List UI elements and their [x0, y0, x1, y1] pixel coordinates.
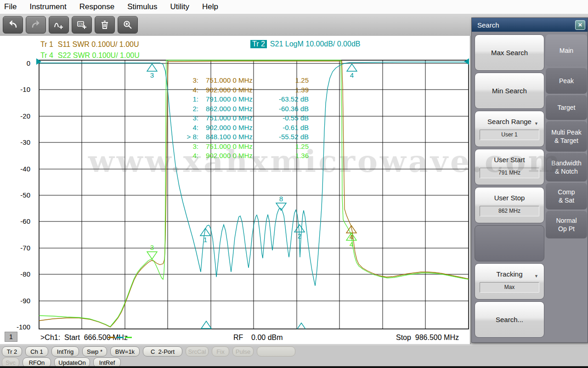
status-inttrig[interactable]: IntTrig [51, 346, 79, 357]
tab-main[interactable]: Main [546, 34, 587, 67]
search-range-button[interactable]: Search Range▼User 1 [475, 111, 544, 147]
y-axis-tick: -90 [2, 297, 30, 305]
menu-item-instrument[interactable]: Instrument [23, 2, 73, 11]
trace-format-label: S11 SWR 0.100U/ 1.00U [58, 40, 139, 48]
status-swp[interactable]: Swp * [82, 346, 107, 357]
status-tr-2[interactable]: Tr 2 [2, 346, 22, 357]
y-axis-tick: 0 [2, 59, 30, 67]
tab-label-line: Bandwidth [551, 159, 581, 167]
y-axis-tick: -10 [2, 85, 30, 93]
zoom-icon [122, 19, 134, 30]
redo-button[interactable] [26, 16, 46, 34]
redo-icon [30, 19, 42, 30]
delete-button[interactable] [95, 16, 115, 34]
vna-application-window: FileInstrumentResponseStimulusUtilityHel… [0, 0, 588, 368]
status-c-2-port[interactable]: C 2-Port [143, 346, 182, 357]
menu-item-file[interactable]: File [0, 2, 23, 11]
button-value-field[interactable]: Max [480, 282, 539, 293]
zoom-button[interactable] [118, 16, 138, 34]
trace4-color-key-icon [125, 337, 132, 338]
y-axis-tick: -30 [2, 138, 30, 146]
y-axis-tick: -70 [2, 244, 30, 252]
y-axis-tick: -60 [2, 217, 30, 225]
tracking-button[interactable]: Tracking▼Max [475, 263, 544, 300]
add-trace-button[interactable] [49, 16, 69, 34]
close-icon[interactable]: × [575, 20, 585, 30]
trace1-color-key-icon [108, 337, 115, 338]
status-pulse[interactable]: Pulse [232, 346, 254, 357]
min-search-button[interactable]: Min Search [475, 73, 544, 109]
trace2-color-key-icon [117, 337, 124, 338]
marker-number: 1: [183, 95, 198, 103]
marker-value: -0.55 dB [263, 114, 309, 122]
y-axis-tick: -40 [2, 165, 30, 173]
undo-button[interactable] [3, 16, 23, 34]
menu-item-utility[interactable]: Utility [164, 2, 196, 11]
stimulus-rf-power[interactable]: RF 0.00 dBm [233, 334, 283, 342]
marker-value: 1.25 [263, 76, 309, 84]
undo-icon [7, 19, 19, 30]
user-stop-button[interactable]: User Stop862 MHz [475, 187, 544, 223]
trace-label-tr-2[interactable]: Tr 2S21 LogM 10.00dB/ 0.00dB [250, 40, 360, 48]
menu-item-response[interactable]: Response [73, 2, 121, 11]
marker-number: 3: [183, 142, 198, 150]
button-label: Search... [496, 316, 523, 323]
tab-peak[interactable]: Peak [546, 68, 587, 94]
tab-bandwidth-notch[interactable]: Bandwidth& Notch [546, 153, 587, 181]
menu-item-stimulus[interactable]: Stimulus [121, 2, 164, 11]
user-start-button[interactable]: User Start791 MHz [475, 149, 544, 185]
trace-id-badge: Tr 1 [40, 40, 53, 48]
marker-number: 4: [183, 152, 198, 159]
status-srccal[interactable]: SrcCal [186, 346, 209, 357]
tab-comp-sat[interactable]: Comp& Sat [546, 183, 587, 209]
button-value-field[interactable]: 862 MHz [480, 206, 539, 216]
search-button[interactable]: Search... [475, 301, 544, 338]
blank-button[interactable] [475, 225, 544, 261]
status-blank[interactable] [257, 346, 295, 357]
button-value-field[interactable]: User 1 [480, 130, 539, 140]
svg-text:Ch: Ch [79, 22, 83, 26]
stimulus-stop[interactable]: Stop 986.500 MHz [396, 334, 459, 342]
tab-label-line: Comp [558, 188, 575, 196]
add-channel-button[interactable]: Ch [72, 16, 92, 34]
marker-number: 4: [183, 86, 198, 94]
tab-label-line: Target [558, 103, 576, 112]
tab-label-line: Peak [559, 77, 574, 85]
marker-number: 3: [183, 76, 198, 84]
search-panel-titlebar[interactable]: Search × [472, 18, 588, 32]
marker-readout-row: 3:751.000 0 MHz1.25 [183, 142, 309, 152]
marker-readout-row: > 8:848.100 0 MHz-55.52 dB [183, 133, 309, 142]
marker-number: 4: [183, 124, 198, 131]
marker-number: > 8: [183, 133, 198, 141]
search-panel-buttons: Max SearchMin SearchSearch Range▼User 1U… [475, 34, 544, 338]
marker-value: -60.36 dB [263, 105, 309, 113]
button-label: Min Search [492, 87, 527, 95]
add-channel-icon: Ch [76, 19, 88, 30]
button-value-field[interactable]: 791 MHz [480, 168, 539, 178]
search-panel: Search × Max SearchMin SearchSearch Rang… [471, 17, 588, 343]
max-search-button[interactable]: Max Search [475, 34, 544, 71]
button-label: User Start [494, 156, 525, 164]
trace-label-tr-1[interactable]: Tr 1S11 SWR 0.100U/ 1.00U [40, 40, 139, 49]
menu-item-help[interactable]: Help [196, 2, 225, 11]
menu-bar: FileInstrumentResponseStimulusUtilityHel… [0, 0, 588, 14]
tab-target[interactable]: Target [546, 95, 587, 120]
tab-label-line: & Sat [559, 196, 574, 204]
trace-format-label: S21 LogM 10.00dB/ 0.00dB [270, 40, 361, 48]
tab-label-line: Normal [556, 216, 577, 225]
chevron-down-icon: ▼ [534, 274, 538, 278]
tab-multi-peak-target[interactable]: Multi Peak& Target [546, 121, 587, 152]
marker-readout-row: 1:791.000 0 MHz-63.52 dB [183, 95, 309, 104]
tab-normal-op-pt[interactable]: NormalOp Pt [546, 211, 587, 238]
button-label: Search Range [487, 118, 531, 125]
add-trace-icon [53, 19, 65, 30]
trace-label-tr-4[interactable]: Tr 4S22 SWR 0.100U/ 1.00U [40, 51, 140, 60]
tab-label-line: & Target [554, 136, 578, 145]
status-fix[interactable]: Fix [212, 346, 229, 357]
marker-readout-row: 3:751.000 0 MHz1.25 [183, 76, 309, 85]
status-bw-1k[interactable]: BW=1k [110, 346, 140, 357]
status-row-1: Tr 2Ch 1IntTrigSwp *BW=1kC 2-PortSrcCalF… [2, 346, 295, 357]
channel-badge[interactable]: 1 [5, 332, 17, 342]
status-ch-1[interactable]: Ch 1 [25, 346, 48, 357]
tab-label-line: Main [560, 46, 573, 55]
